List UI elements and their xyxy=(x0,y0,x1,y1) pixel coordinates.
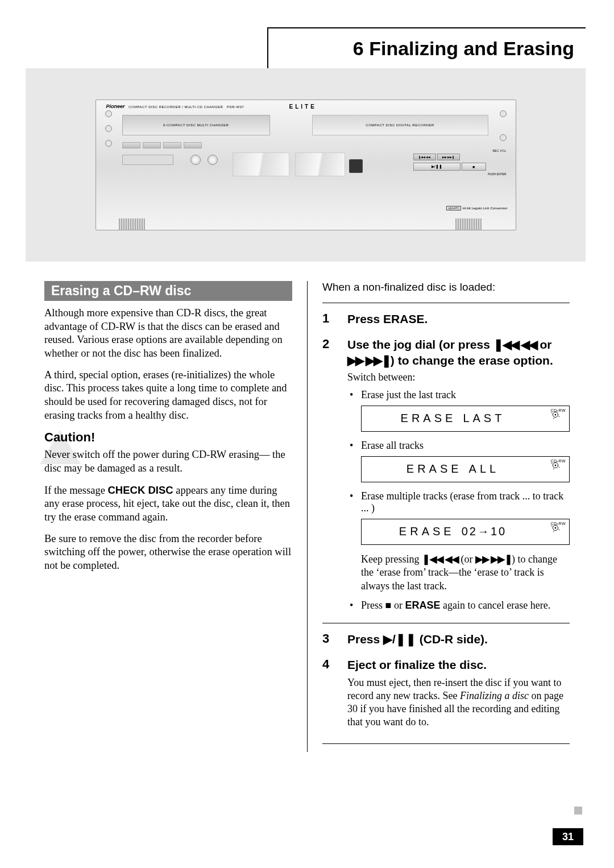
chapter-title: 6 Finalizing and Erasing xyxy=(353,38,574,60)
caution-heading: Caution! xyxy=(44,430,292,445)
option-item: Erase just the last track xyxy=(347,389,570,401)
panel-trim xyxy=(233,152,289,176)
next-button[interactable]: ▶▶ ▶▶❚ xyxy=(437,154,460,160)
right-column: When a non-finalized disc is loaded: 1 P… xyxy=(307,281,570,752)
lcd-display: ERASE 02→10 CD-RW xyxy=(361,519,570,545)
elite-label: ELITE xyxy=(289,104,317,110)
step-heading: Press ▶/❚❚ (CD-R side). xyxy=(347,631,570,647)
stop-button[interactable]: ■ xyxy=(462,163,486,171)
page-number: 31 xyxy=(553,828,583,845)
option-item: Erase all tracks xyxy=(347,440,570,452)
multi-changer-tray: 3-COMPACT DISC MULTI CHANGER xyxy=(122,115,270,135)
svg-point-3 xyxy=(555,465,557,466)
lcd-display: ERASE ALL CD-RW xyxy=(361,456,570,482)
device-button[interactable] xyxy=(143,142,161,148)
disc-spinning-icon xyxy=(545,522,566,542)
step-body-text: You must eject, then re-insert the disc … xyxy=(347,676,570,729)
step-heading: Use the jog dial (or press ❚◀◀ ◀◀ or ▶▶ … xyxy=(347,337,570,368)
option-list: Erase all tracks xyxy=(347,440,570,452)
body-text: Be sure to remove the disc from the reco… xyxy=(44,532,292,573)
svg-point-5 xyxy=(555,527,557,529)
device-button[interactable] xyxy=(163,142,181,148)
display-text: LAST xyxy=(463,412,505,425)
lead-text: When a non-finalized disc is loaded: xyxy=(322,281,570,294)
step-number: 4 xyxy=(322,657,335,736)
eject-button[interactable] xyxy=(500,110,507,117)
volume-knob[interactable] xyxy=(208,155,218,165)
left-column: Erasing a CD–RW disc Although more expen… xyxy=(44,281,307,752)
play-pause-icon: ▶/❚❚ xyxy=(383,633,416,646)
option-item: Erase multiple tracks (erase from track … xyxy=(347,490,570,514)
chapter-number: 6 xyxy=(353,38,364,59)
recorder-tray: COMPACT DISC DIGITAL RECORDER xyxy=(312,115,488,135)
device-button[interactable] xyxy=(122,142,140,148)
step-number: 2 xyxy=(322,337,335,616)
disc-slot-button[interactable] xyxy=(105,125,112,132)
disc-spinning-icon xyxy=(545,408,566,429)
device-illustration: Pioneer COMPACT DISC RECORDER / MULTI-CD… xyxy=(26,68,586,262)
disc-slot-button[interactable] xyxy=(105,110,112,117)
divider xyxy=(322,303,570,303)
page-content: Erasing a CD–RW disc Although more expen… xyxy=(44,281,570,752)
body-text: A third, special option, erases (re-init… xyxy=(44,369,292,423)
section-end-marker-icon xyxy=(574,807,582,815)
step-2: 2 Use the jog dial (or press ❚◀◀ ◀◀ or ▶… xyxy=(322,337,570,616)
device-foot xyxy=(119,218,145,230)
device-brand: Pioneer COMPACT DISC RECORDER / MULTI-CD… xyxy=(106,104,244,109)
section-heading: Erasing a CD–RW disc xyxy=(44,281,292,301)
step-3: 3 Press ▶/❚❚ (CD-R side). xyxy=(322,631,570,650)
prev-track-icon: ❚◀◀ ◀◀ xyxy=(493,338,537,351)
note-text: Keep pressing ❚◀◀ ◀◀ (or ▶▶ ▶▶❚) to chan… xyxy=(361,553,570,593)
next-track-icon: ▶▶ ▶▶❚ xyxy=(475,553,512,565)
chapter-header: 6 Finalizing and Erasing xyxy=(267,27,586,68)
play-pause-button[interactable]: ▶/❚❚ xyxy=(413,163,460,171)
prev-button[interactable]: ❚◀◀ ◀◀ xyxy=(413,154,436,160)
display-text: ALL xyxy=(469,462,500,476)
option-list: Press ■ or ERASE again to cancel erase h… xyxy=(347,600,570,611)
display-text: ERASE xyxy=(401,412,457,425)
compact-disc-logo-icon xyxy=(349,159,363,173)
prev-track-icon: ❚◀◀ ◀◀ xyxy=(422,553,458,565)
chapter-text: Finalizing and Erasing xyxy=(369,38,574,59)
headphone-jack[interactable] xyxy=(190,155,201,165)
display-text: ERASE xyxy=(399,525,455,538)
option-list: Erase just the last track xyxy=(347,389,570,401)
step-1: 1 Press ERASE. xyxy=(322,311,570,330)
body-text: If the message CHECK DISC appears any ti… xyxy=(44,483,292,524)
knob-group xyxy=(190,155,218,165)
step-subtext: Switch between: xyxy=(347,371,570,383)
transport-controls: REC VOL ❚◀◀ ◀◀ ▶▶ ▶▶❚ ▶/❚❚ ■ PUSH ENTER xyxy=(413,149,509,176)
rec-vol-label: REC VOL xyxy=(413,149,509,152)
divider xyxy=(322,623,570,623)
device-foot xyxy=(455,218,482,230)
next-track-icon: ▶▶ ▶▶❚ xyxy=(347,354,391,367)
step-number: 1 xyxy=(322,311,335,330)
display-text: ERASE xyxy=(406,462,462,476)
step-number: 3 xyxy=(322,631,335,650)
stop-icon: ■ xyxy=(385,600,392,611)
divider xyxy=(322,743,570,744)
left-button-row xyxy=(122,142,202,148)
disc-slot-button[interactable] xyxy=(105,140,112,147)
panel-trim xyxy=(295,152,345,176)
cd-recorder-device: Pioneer COMPACT DISC RECORDER / MULTI-CD… xyxy=(96,100,516,230)
body-text: Although more expensive than CD-R discs,… xyxy=(44,307,292,361)
display-text: 02→10 xyxy=(462,525,507,538)
body-text: Never switch off the power during CD-RW … xyxy=(44,448,292,475)
step-heading: Press ERASE. xyxy=(347,311,570,326)
svg-point-1 xyxy=(555,414,557,416)
option-item: Press ■ or ERASE again to cancel erase h… xyxy=(347,600,570,611)
eject-button[interactable] xyxy=(500,134,507,141)
legato-label: LEGATOHi-bit Legato Link Conversion xyxy=(446,206,508,210)
disc-spinning-icon xyxy=(545,459,566,480)
option-list: Erase multiple tracks (erase from track … xyxy=(347,490,570,514)
step-heading: Eject or finalize the disc. xyxy=(347,657,570,672)
step-4: 4 Eject or finalize the disc. You must e… xyxy=(322,657,570,736)
push-enter-label: PUSH ENTER xyxy=(413,172,509,176)
lcd-display: ERASE LAST CD-RW xyxy=(361,406,570,432)
device-button[interactable] xyxy=(184,142,202,148)
display-window xyxy=(122,155,173,165)
